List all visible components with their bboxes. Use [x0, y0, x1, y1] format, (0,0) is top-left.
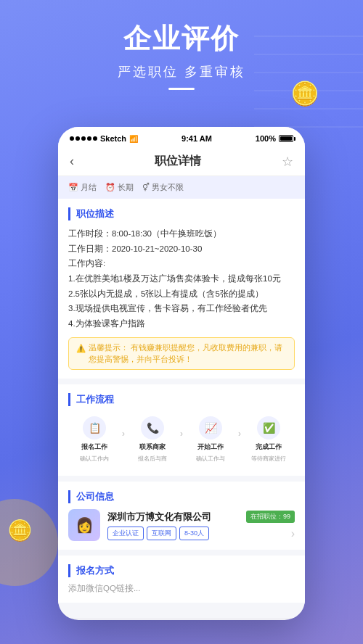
company-tag-industry: 互联网	[147, 527, 176, 540]
company-tag-certified: 企业认证	[107, 527, 144, 540]
workflow-label-4: 完成工作	[256, 442, 282, 452]
warning-icon: ⚠️	[76, 343, 86, 355]
header-title: 企业评价	[22, 20, 341, 57]
back-button[interactable]: ‹	[70, 154, 74, 169]
workflow-icon-3: 📈	[199, 416, 222, 439]
tag-gender: ⚥ 男女不限	[142, 182, 184, 193]
content-label: 工作内容:	[68, 256, 295, 271]
warning-box: ⚠️ 温馨提示： 有钱赚兼职提醒您，凡收取费用的兼职，请您提高警惕，并向平台投诉…	[68, 337, 295, 371]
company-arrow-icon: ›	[291, 527, 295, 540]
wifi-icon: 📶	[129, 135, 138, 143]
workflow-arrow-2: ›	[180, 429, 183, 439]
bg-circle	[0, 499, 58, 586]
company-section-title: 公司信息	[68, 490, 295, 503]
company-tags: 企业认证 互联网 8-30人	[107, 527, 239, 540]
workflow-icon-1: 📋	[83, 416, 106, 439]
content-area[interactable]: 职位描述 工作时段：8:00-18:30（中午换班吃饭） 工作日期：2020-1…	[58, 199, 305, 618]
workflow-step-3: 📈 开始工作 确认工作与	[184, 416, 237, 463]
jobs-badge: 在招职位：99	[246, 511, 295, 523]
job-description-text: 工作时段：8:00-18:30（中午换班吃饭） 工作日期：2020-10-21~…	[68, 226, 295, 331]
company-info: 深圳市万博文化有限公司 企业认证 互联网 8-30人	[107, 511, 239, 540]
page-title: 职位详情	[155, 154, 201, 169]
coin-bottom: 🪙	[7, 519, 33, 542]
workflow-title: 工作流程	[68, 393, 295, 406]
content-line-3: 3.现场提供电视宣传，售卡容易，有工作经验者优先	[68, 301, 295, 316]
company-right: 在招职位：99 ›	[246, 511, 295, 540]
workflow-arrow-3: ›	[238, 429, 241, 439]
nav-bar: ‹ 职位详情 ☆	[58, 147, 305, 176]
workflow-sub-3: 确认工作与	[196, 455, 225, 463]
company-name: 深圳市万博文化有限公司	[107, 511, 239, 524]
workflow-label-3: 开始工作	[197, 442, 224, 452]
header-divider	[168, 88, 195, 90]
battery-percent: 100%	[256, 134, 276, 143]
workflow-step-4: ✅ 完成工作 等待商家进行	[242, 416, 295, 463]
workflow-icon-2: 📞	[141, 416, 164, 439]
tags-bar: 📅 月结 ⏰ 长期 ⚥ 男女不限	[58, 176, 305, 199]
tag-monthly-label: 月结	[81, 182, 97, 193]
workflow-step-1: 📋 报名工作 确认工作内	[68, 416, 121, 463]
workflow-steps: 📋 报名工作 确认工作内 › 📞 联系商家 报名后与商 › 📈 开始工作 确认工…	[68, 412, 295, 467]
workflow-icon-4: ✅	[257, 416, 280, 439]
status-bar: Sketch 📶 9:41 AM 100%	[58, 127, 305, 147]
workflow-arrow-1: ›	[122, 429, 125, 439]
tag-gender-label: 男女不限	[152, 182, 184, 193]
signup-section: 报名方式 添加微信QQ链接...	[58, 556, 305, 603]
content-line-1: 1.在优胜美地1楼及万达广场售卖体验卡，提成每张10元	[68, 271, 295, 286]
status-time: 9:41 AM	[182, 134, 212, 143]
company-section: 公司信息 👩 深圳市万博文化有限公司 企业认证 互联网 8-30人 在招职位：9…	[58, 482, 305, 550]
header-subtitle: 严选职位 多重审核	[22, 63, 341, 80]
tag-monthly: 📅 月结	[68, 182, 97, 193]
carrier-name: Sketch	[100, 134, 126, 143]
workflow-sub-2: 报名后与商	[138, 455, 167, 463]
company-avatar: 👩	[68, 509, 100, 541]
warning-title: 温馨提示：	[89, 343, 129, 352]
warning-content: 温馨提示： 有钱赚兼职提醒您，凡收取费用的兼职，请您提高警惕，并向平台投诉！	[89, 342, 287, 366]
workflow-label-2: 联系商家	[139, 442, 166, 452]
content-line-2: 2.5张以内无提成，5张以上有提成（含5张的提成）	[68, 286, 295, 302]
battery-fill	[280, 136, 292, 141]
battery-icon	[279, 135, 293, 142]
tag-longterm: ⏰ 长期	[105, 182, 134, 193]
star-button[interactable]: ☆	[282, 154, 293, 170]
work-date: 工作日期：2020-10-21~2020-10-30	[68, 242, 295, 257]
workflow-sub-4: 等待商家进行	[251, 455, 286, 463]
tag-longterm-label: 长期	[118, 182, 134, 193]
gender-icon: ⚥	[142, 183, 150, 192]
workflow-sub-1: 确认工作内	[80, 455, 109, 463]
calendar-icon: 📅	[68, 183, 78, 192]
job-description-title: 职位描述	[68, 207, 295, 220]
workflow-label-1: 报名工作	[81, 442, 107, 452]
signal-dots	[70, 136, 97, 141]
signup-title: 报名方式	[68, 564, 295, 577]
job-description-section: 职位描述 工作时段：8:00-18:30（中午换班吃饭） 工作日期：2020-1…	[58, 199, 305, 379]
workflow-section: 工作流程 📋 报名工作 确认工作内 › 📞 联系商家 报名后与商 › 📈 开始工…	[58, 384, 305, 476]
work-hours: 工作时段：8:00-18:30（中午换班吃饭）	[68, 226, 295, 242]
header-area: 企业评价 严选职位 多重审核	[0, 20, 363, 90]
phone-mockup: Sketch 📶 9:41 AM 100% ‹ 职位详情 ☆ 📅 月结 ⏰ 长期…	[58, 127, 305, 620]
content-line-4: 4.为体验课客户指路	[68, 316, 295, 331]
company-tag-size: 8-30人	[179, 527, 209, 540]
signup-text: 添加微信QQ链接...	[68, 583, 295, 594]
clock-icon: ⏰	[105, 183, 115, 192]
workflow-step-2: 📞 联系商家 报名后与商	[126, 416, 179, 463]
avatar-emoji: 👩	[76, 516, 94, 534]
status-left: Sketch 📶	[70, 134, 138, 143]
company-row[interactable]: 👩 深圳市万博文化有限公司 企业认证 互联网 8-30人 在招职位：99 ›	[68, 509, 295, 541]
status-right: 100%	[256, 134, 293, 143]
